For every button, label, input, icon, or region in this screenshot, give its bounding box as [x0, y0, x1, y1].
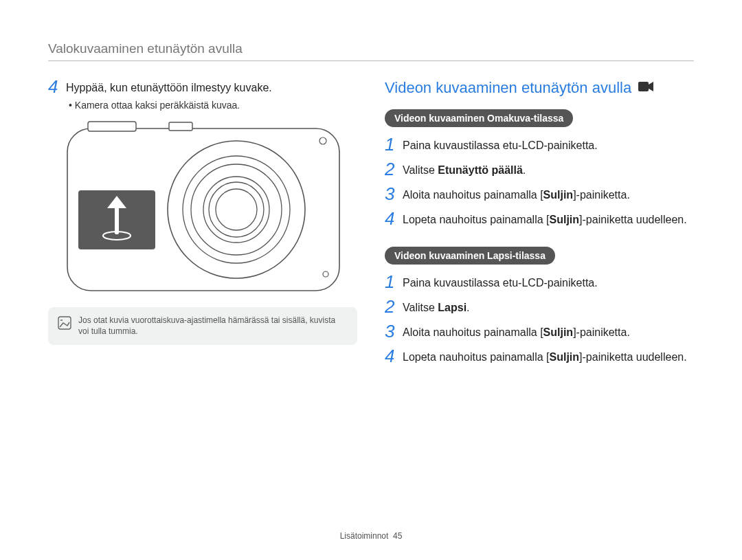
svg-rect-11: [115, 207, 119, 234]
step-b3: 3 Aloita nauhoitus painamalla [Suljin]-p…: [385, 324, 694, 340]
manual-page: Valokuvaaminen etunäytön avulla 4 Hyppää…: [0, 0, 742, 560]
step-text: Lopeta nauhoitus painamalla [Suljin]-pai…: [403, 211, 687, 227]
section-title: Videon kuvaaminen etunäytön avulla: [385, 79, 694, 97]
video-mode-icon: [638, 79, 653, 97]
step-text: Paina kuvaustilassa etu-LCD-painiketta.: [403, 274, 598, 291]
step-text: Valitse Etunäyttö päällä.: [403, 161, 526, 178]
camera-illustration: [66, 120, 357, 295]
note-text: Jos otat kuvia vuorottaiskuva-ajastimell…: [78, 315, 348, 337]
step-number: 1: [385, 135, 403, 153]
sub-bullet: Kamera ottaa kaksi peräkkäistä kuvaa.: [69, 100, 357, 111]
step-number: 3: [385, 322, 403, 340]
step-b4: 4 Lopeta nauhoitus painamalla [Suljin]-p…: [385, 348, 694, 365]
step-text: Lopeta nauhoitus painamalla [Suljin]-pai…: [403, 348, 687, 365]
note-icon: [58, 316, 71, 337]
step-4: 4 Hyppää, kun etunäyttöön ilmestyy kuvak…: [48, 79, 357, 96]
right-column: Videon kuvaaminen etunäytön avulla Video…: [385, 79, 694, 384]
svg-marker-18: [649, 82, 653, 91]
step-number: 4: [48, 78, 66, 96]
footer-label: Lisätoiminnot: [340, 531, 389, 541]
page-header: Valokuvaaminen etunäytön avulla: [48, 41, 694, 61]
step-text: Aloita nauhoitus painamalla [Suljin]-pai…: [403, 186, 630, 203]
page-number: 45: [393, 531, 402, 541]
two-column-layout: 4 Hyppää, kun etunäyttöön ilmestyy kuvak…: [48, 79, 694, 384]
svg-point-8: [216, 189, 257, 230]
step-number: 2: [385, 298, 403, 315]
step-text: Hyppää, kun etunäyttöön ilmestyy kuvake.: [66, 79, 272, 96]
step-number: 4: [385, 347, 403, 365]
section-title-text: Videon kuvaaminen etunäytön avulla: [385, 79, 631, 97]
step-a1: 1 Paina kuvaustilassa etu-LCD-painiketta…: [385, 137, 694, 153]
section-omakuva: Videon kuvaaminen Omakuva-tilassa 1 Pain…: [385, 109, 694, 227]
section-lapsi: Videon kuvaaminen Lapsi-tilassa 1 Paina …: [385, 247, 694, 365]
svg-point-14: [323, 271, 328, 277]
step-number: 1: [385, 273, 403, 291]
step-text: Valitse Lapsi.: [403, 299, 470, 315]
step-a3: 3 Aloita nauhoitus painamalla [Suljin]-p…: [385, 186, 694, 203]
svg-rect-2: [169, 122, 192, 131]
section-pill-omakuva: Videon kuvaaminen Omakuva-tilassa: [385, 109, 573, 127]
camera-svg: [66, 120, 341, 292]
step-number: 2: [385, 160, 403, 178]
step-a4: 4 Lopeta nauhoitus painamalla [Suljin]-p…: [385, 211, 694, 227]
left-column: 4 Hyppää, kun etunäyttöön ilmestyy kuvak…: [48, 79, 357, 384]
svg-rect-17: [638, 82, 649, 91]
step-text: Paina kuvaustilassa etu-LCD-painiketta.: [403, 137, 598, 153]
step-b1: 1 Paina kuvaustilassa etu-LCD-painiketta…: [385, 274, 694, 291]
step-a2: 2 Valitse Etunäyttö päällä.: [385, 161, 694, 178]
step-number: 4: [385, 210, 403, 227]
page-footer: Lisätoiminnot 45: [0, 531, 742, 541]
step-text: Aloita nauhoitus painamalla [Suljin]-pai…: [403, 324, 630, 340]
step-number: 3: [385, 185, 403, 203]
section-pill-lapsi: Videon kuvaaminen Lapsi-tilassa: [385, 247, 555, 265]
note-box: Jos otat kuvia vuorottaiskuva-ajastimell…: [48, 307, 357, 345]
svg-point-13: [319, 137, 326, 144]
step-b2: 2 Valitse Lapsi.: [385, 299, 694, 315]
svg-rect-1: [88, 122, 136, 131]
